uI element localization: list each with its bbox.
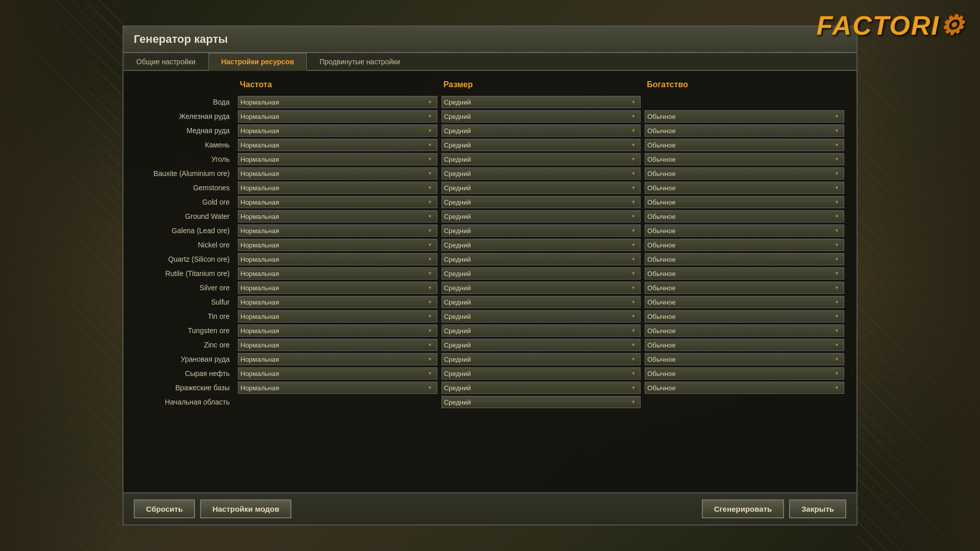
freq-select-7[interactable]: НормальнаяОчень редкаяРедкаяЧастаяОчень … xyxy=(238,196,437,208)
factorio-logo: FACTORI⚙ xyxy=(817,10,965,41)
rich-select-19[interactable]: ОбычноеОчень бедноеБедноеБогатоеОчень бо… xyxy=(645,367,844,380)
close-button[interactable]: Закрыть xyxy=(789,499,846,518)
rich-select-18[interactable]: ОбычноеОчень бедноеБедноеБогатоеОчень бо… xyxy=(645,353,844,365)
resource-row-11: Quartz (Silicon ore)НормальнаяОчень редк… xyxy=(134,253,846,266)
rich-select-10[interactable]: ОбычноеОчень бедноеБедноеБогатоеОчень бо… xyxy=(645,239,844,251)
size-select-18[interactable]: СреднийОчень маленькийМаленькийБольшойОч… xyxy=(442,353,641,365)
rich-select-14[interactable]: ОбычноеОчень бедноеБедноеБогатоеОчень бо… xyxy=(645,296,844,308)
generate-button[interactable]: Сгенерировать xyxy=(702,499,784,518)
freq-select-10[interactable]: НормальнаяОчень редкаяРедкаяЧастаяОчень … xyxy=(238,239,437,251)
freq-select-4[interactable]: НормальнаяОчень редкаяРедкаяЧастаяОчень … xyxy=(238,153,437,165)
rich-select-2[interactable]: ОбычноеОчень бедноеБедноеБогатоеОчень бо… xyxy=(645,124,844,137)
freq-select-3[interactable]: НормальнаяОчень редкаяРедкаяЧастаяОчень … xyxy=(238,139,437,151)
freq-select-8[interactable]: НормальнаяОчень редкаяРедкаяЧастаяОчень … xyxy=(238,210,437,222)
size-select-11[interactable]: СреднийОчень маленькийМаленькийБольшойОч… xyxy=(442,253,641,265)
size-select-19[interactable]: СреднийОчень маленькийМаленькийБольшойОч… xyxy=(442,367,641,380)
header-richness: Богатство xyxy=(643,78,846,91)
rich-select-8[interactable]: ОбычноеОчень бедноеБедноеБогатоеОчень бо… xyxy=(645,210,844,222)
rich-select-15[interactable]: ОбычноеОчень бедноеБедноеБогатоеОчень бо… xyxy=(645,310,844,322)
size-select-6[interactable]: СреднийОчень маленькийМаленькийБольшойОч… xyxy=(442,182,641,194)
size-select-1[interactable]: СреднийОчень маленькийМаленькийБольшойОч… xyxy=(442,110,641,122)
header-size: Размер xyxy=(439,78,643,91)
bg-left-decoration xyxy=(0,0,122,551)
resource-name-6: Gemstones xyxy=(134,184,236,192)
reset-button[interactable]: Сбросить xyxy=(134,499,195,518)
footer-left-buttons: Сбросить Настройки модов xyxy=(134,499,291,518)
size-select-15[interactable]: СреднийОчень маленькийМаленькийБольшойОч… xyxy=(442,310,641,322)
rich-select-11[interactable]: ОбычноеОчень бедноеБедноеБогатоеОчень бо… xyxy=(645,253,844,265)
freq-select-14[interactable]: НормальнаяОчень редкаяРедкаяЧастаяОчень … xyxy=(238,296,437,308)
resource-row-21: Начальная областьСреднийОчень маленькийМ… xyxy=(134,395,846,409)
rich-select-5[interactable]: ОбычноеОчень бедноеБедноеБогатоеОчень бо… xyxy=(645,167,844,180)
freq-select-18[interactable]: НормальнаяОчень редкаяРедкаяЧастаяОчень … xyxy=(238,353,437,365)
resource-row-10: Nickel oreНормальнаяОчень редкаяРедкаяЧа… xyxy=(134,238,846,252)
freq-select-17[interactable]: НормальнаяОчень редкаяРедкаяЧастаяОчень … xyxy=(238,339,437,351)
rich-select-7[interactable]: ОбычноеОчень бедноеБедноеБогатоеОчень бо… xyxy=(645,196,844,208)
tab-general[interactable]: Общие настройки xyxy=(124,53,208,70)
size-select-17[interactable]: СреднийОчень маленькийМаленькийБольшойОч… xyxy=(442,339,641,351)
freq-select-19[interactable]: НормальнаяОчень редкаяРедкаяЧастаяОчень … xyxy=(238,367,437,380)
rich-select-9[interactable]: ОбычноеОчень бедноеБедноеБогатоеОчень бо… xyxy=(645,224,844,237)
tab-advanced[interactable]: Продвинутые настройки xyxy=(307,53,413,70)
size-select-13[interactable]: СреднийОчень маленькийМаленькийБольшойОч… xyxy=(442,282,641,294)
size-select-21[interactable]: СреднийОчень маленькийМаленькийБольшойОч… xyxy=(442,396,641,408)
size-select-3[interactable]: СреднийОчень маленькийМаленькийБольшойОч… xyxy=(442,139,641,151)
size-select-16[interactable]: СреднийОчень маленькийМаленькийБольшойОч… xyxy=(442,324,641,337)
resource-name-12: Rutile (Titanium ore) xyxy=(134,269,236,278)
resource-name-7: Gold ore xyxy=(134,198,236,206)
map-generator-dialog: Генератор карты Общие настройки Настройк… xyxy=(122,26,857,525)
freq-select-6[interactable]: НормальнаяОчень редкаяРедкаяЧастаяОчень … xyxy=(238,182,437,194)
freq-select-15[interactable]: НормальнаяОчень редкаяРедкаяЧастаяОчень … xyxy=(238,310,437,322)
size-select-0[interactable]: СреднийОчень маленькийМаленькийБольшойОч… xyxy=(442,96,641,108)
logo-gear: ⚙ xyxy=(940,11,965,40)
resource-name-14: Sulfur xyxy=(134,298,236,306)
rich-select-16[interactable]: ОбычноеОчень бедноеБедноеБогатоеОчень бо… xyxy=(645,324,844,337)
size-select-14[interactable]: СреднийОчень маленькийМаленькийБольшойОч… xyxy=(442,296,641,308)
bg-right-decoration xyxy=(857,0,980,551)
resource-row-12: Rutile (Titanium ore)НормальнаяОчень ред… xyxy=(134,267,846,280)
freq-select-2[interactable]: НормальнаяОчень редкаяРедкаяЧастаяОчень … xyxy=(238,124,437,137)
size-select-12[interactable]: СреднийОчень маленькийМаленькийБольшойОч… xyxy=(442,267,641,280)
resource-name-1: Железная руда xyxy=(134,112,236,120)
resource-row-8: Ground WaterНормальнаяОчень редкаяРедкая… xyxy=(134,210,846,223)
rich-select-13[interactable]: ОбычноеОчень бедноеБедноеБогатоеОчень бо… xyxy=(645,282,844,294)
resource-name-10: Nickel ore xyxy=(134,241,236,249)
freq-select-16[interactable]: НормальнаяОчень редкаяРедкаяЧастаяОчень … xyxy=(238,324,437,337)
freq-select-13[interactable]: НормальнаяОчень редкаяРедкаяЧастаяОчень … xyxy=(238,282,437,294)
size-select-9[interactable]: СреднийОчень маленькийМаленькийБольшойОч… xyxy=(442,224,641,237)
size-select-4[interactable]: СреднийОчень маленькийМаленькийБольшойОч… xyxy=(442,153,641,165)
rich-select-20[interactable]: ОбычноеОчень бедноеБедноеБогатоеОчень бо… xyxy=(645,382,844,394)
rich-select-17[interactable]: ОбычноеОчень бедноеБедноеБогатоеОчень бо… xyxy=(645,339,844,351)
resource-row-19: Сырая нефтьНормальнаяОчень редкаяРедкаяЧ… xyxy=(134,367,846,380)
freq-select-1[interactable]: НормальнаяОчень редкаяРедкаяЧастаяОчень … xyxy=(238,110,437,122)
dialog-footer: Сбросить Настройки модов Сгенерировать З… xyxy=(124,492,856,524)
size-select-8[interactable]: СреднийОчень маленькийМаленькийБольшойОч… xyxy=(442,210,641,222)
size-select-20[interactable]: СреднийОчень маленькийМаленькийБольшойОч… xyxy=(442,382,641,394)
resource-name-17: Zinc ore xyxy=(134,341,236,349)
dialog-title: Генератор карты xyxy=(124,27,856,53)
resource-row-5: Bauxite (Aluminium ore)НормальнаяОчень р… xyxy=(134,167,846,180)
resource-name-13: Silver ore xyxy=(134,284,236,292)
size-select-5[interactable]: СреднийОчень маленькийМаленькийБольшойОч… xyxy=(442,167,641,180)
tab-bar: Общие настройки Настройки ресурсов Продв… xyxy=(124,53,856,71)
size-select-7[interactable]: СреднийОчень маленькийМаленькийБольшойОч… xyxy=(442,196,641,208)
freq-select-0[interactable]: НормальнаяОчень редкаяРедкаяЧастаяОчень … xyxy=(238,96,437,108)
freq-select-11[interactable]: НормальнаяОчень редкаяРедкаяЧастаяОчень … xyxy=(238,253,437,265)
freq-select-9[interactable]: НормальнаяОчень редкаяРедкаяЧастаяОчень … xyxy=(238,224,437,237)
freq-select-12[interactable]: НормальнаяОчень редкаяРедкаяЧастаяОчень … xyxy=(238,267,437,280)
footer-right-buttons: Сгенерировать Закрыть xyxy=(702,499,846,518)
rich-select-3[interactable]: ОбычноеОчень бедноеБедноеБогатоеОчень бо… xyxy=(645,139,844,151)
rich-select-4[interactable]: ОбычноеОчень бедноеБедноеБогатоеОчень бо… xyxy=(645,153,844,165)
rich-select-12[interactable]: ОбычноеОчень бедноеБедноеБогатоеОчень бо… xyxy=(645,267,844,280)
tab-resources[interactable]: Настройки ресурсов xyxy=(208,53,307,71)
mod-settings-button[interactable]: Настройки модов xyxy=(200,499,291,518)
resource-row-7: Gold oreНормальнаяОчень редкаяРедкаяЧаст… xyxy=(134,195,846,209)
freq-select-5[interactable]: НормальнаяОчень редкаяРедкаяЧастаяОчень … xyxy=(238,167,437,180)
resource-name-11: Quartz (Silicon ore) xyxy=(134,255,236,263)
freq-select-20[interactable]: НормальнаяОчень редкаяРедкаяЧастаяОчень … xyxy=(238,382,437,394)
size-select-10[interactable]: СреднийОчень маленькийМаленькийБольшойОч… xyxy=(442,239,641,251)
rich-select-6[interactable]: ОбычноеОчень бедноеБедноеБогатоеОчень бо… xyxy=(645,182,844,194)
rich-select-1[interactable]: ОбычноеОчень бедноеБедноеБогатоеОчень бо… xyxy=(645,110,844,122)
resource-name-4: Уголь xyxy=(134,155,236,163)
size-select-2[interactable]: СреднийОчень маленькийМаленькийБольшойОч… xyxy=(442,124,641,137)
